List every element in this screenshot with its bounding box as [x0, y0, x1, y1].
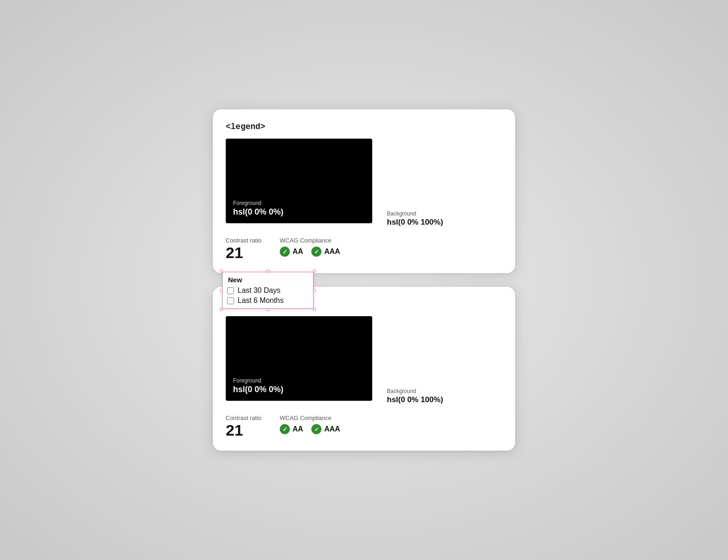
- fieldset-wcag-aa-icon: [280, 424, 290, 434]
- checkbox-last30-label[interactable]: Last 30 Days: [238, 286, 280, 295]
- selection-box: New Last 30 Days Last 6 Months: [222, 272, 314, 309]
- fieldset-contrast-value: 21: [226, 422, 261, 438]
- legend-wcag-aaa-icon: [311, 247, 321, 257]
- legend-wcag-aa-label: AA: [293, 248, 303, 256]
- legend-bg-info: Background hsl(0 0% 100%): [387, 210, 443, 229]
- fieldset-card: <fieldset> Foreground hsl(0 0% 0%) Backg…: [213, 287, 515, 451]
- legend-wcag-badges: AA AAA: [280, 247, 340, 257]
- fieldset-bg-value: hsl(0 0% 100%): [387, 395, 443, 404]
- fieldset-contrast-label: Contrast ratio: [226, 415, 261, 421]
- legend-card-title: <legend>: [226, 122, 502, 131]
- fieldset-wcag-aa-badge: AA: [280, 424, 303, 434]
- fieldset-fg-label: Foreground: [233, 377, 283, 384]
- legend-preview-box: Foreground hsl(0 0% 0%): [226, 139, 372, 223]
- legend-card: <legend> Foreground hsl(0 0% 0%) Backgro…: [213, 109, 515, 273]
- floating-overlay: New Last 30 Days Last 6 Months: [222, 272, 314, 309]
- legend-wcag-label: WCAG Compliance: [280, 237, 340, 244]
- legend-stats-row: Contrast ratio 21 WCAG Compliance AA AAA: [226, 237, 502, 260]
- fieldset-contrast-block: Contrast ratio 21: [226, 415, 261, 438]
- legend-bg-label: Background: [387, 210, 443, 217]
- legend-wcag-aaa-label: AAA: [324, 248, 340, 256]
- fieldset-wcag-badges: AA AAA: [280, 424, 340, 434]
- legend-contrast-value: 21: [226, 245, 261, 260]
- legend-preview-box-wrap: Foreground hsl(0 0% 0%): [226, 139, 372, 229]
- fieldset-stats-row: Contrast ratio 21 WCAG Compliance AA AAA: [226, 415, 502, 438]
- fieldset-bg-label: Background: [387, 388, 443, 394]
- checkbox-last30-input[interactable]: [227, 287, 234, 294]
- fieldset-wcag-label: WCAG Compliance: [280, 415, 340, 421]
- fieldset-wcag-aa-label: AA: [293, 425, 303, 433]
- legend-wcag-aa-badge: AA: [280, 247, 303, 257]
- fieldset-fg-value: hsl(0 0% 0%): [233, 385, 283, 394]
- legend-foreground-labels: Foreground hsl(0 0% 0%): [233, 200, 283, 217]
- fieldset-preview-row: Foreground hsl(0 0% 0%) Background hsl(0…: [226, 316, 502, 406]
- overlay-title: New: [227, 276, 308, 284]
- legend-wcag-aaa-badge: AAA: [311, 247, 340, 257]
- fieldset-wcag-aaa-badge: AAA: [311, 424, 340, 434]
- fieldset-preview-box-wrap: Foreground hsl(0 0% 0%): [226, 316, 372, 406]
- legend-preview-row: Foreground hsl(0 0% 0%) Background hsl(0…: [226, 139, 502, 229]
- fieldset-wcag-aaa-label: AAA: [324, 425, 340, 433]
- fieldset-wcag-block: WCAG Compliance AA AAA: [280, 415, 340, 434]
- legend-fg-label: Foreground: [233, 200, 283, 206]
- fieldset-foreground-labels: Foreground hsl(0 0% 0%): [233, 377, 283, 394]
- fieldset-preview-box: Foreground hsl(0 0% 0%): [226, 316, 372, 401]
- legend-bg-value: hsl(0 0% 100%): [387, 218, 443, 227]
- checkbox-last-6months[interactable]: Last 6 Months: [227, 296, 308, 305]
- legend-contrast-block: Contrast ratio 21: [226, 237, 261, 260]
- cards-wrapper: <legend> Foreground hsl(0 0% 0%) Backgro…: [208, 109, 520, 451]
- legend-contrast-label: Contrast ratio: [226, 237, 261, 244]
- checkbox-last-30[interactable]: Last 30 Days: [227, 286, 308, 295]
- legend-fg-value: hsl(0 0% 0%): [233, 207, 283, 217]
- checkbox-last6months-label[interactable]: Last 6 Months: [238, 296, 284, 305]
- legend-wcag-aa-icon: [280, 247, 290, 257]
- fieldset-bg-info: Background hsl(0 0% 100%): [387, 388, 443, 406]
- fieldset-wcag-aaa-icon: [311, 424, 321, 434]
- checkbox-last6months-input[interactable]: [227, 297, 234, 304]
- legend-wcag-block: WCAG Compliance AA AAA: [280, 237, 340, 257]
